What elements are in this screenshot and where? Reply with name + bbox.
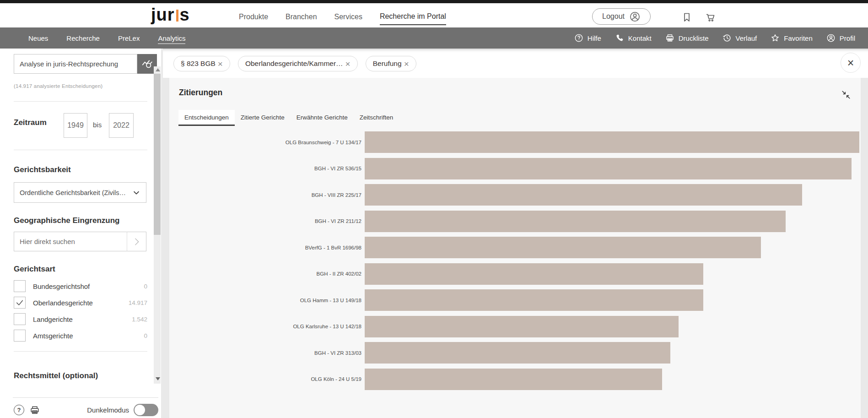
nav-item-hilfe[interactable]: Hilfe [574, 33, 601, 43]
person-circle-icon [629, 11, 641, 22]
chip-remove-icon[interactable]: × [404, 60, 409, 68]
nav-item-prelex[interactable]: PreLex [118, 34, 140, 42]
nav-item-label: Favoriten [784, 34, 813, 42]
nav-item-neues[interactable]: Neues [28, 34, 48, 42]
chart-row: BGH - VI ZR 313/03 [178, 342, 861, 364]
bar-category-label: BVerfG - 1 BvR 1696/98 [178, 245, 361, 250]
sidebar-scrollbar-thumb[interactable] [154, 74, 161, 235]
bar-category-label: BGH - II ZR 402/02 [178, 271, 361, 277]
citation-bar[interactable] [365, 342, 670, 364]
sidebar: (14.917 analysierte Entscheidungen) Zeit… [0, 49, 161, 418]
checkbox-checked[interactable] [14, 297, 26, 309]
citation-bar[interactable] [365, 211, 786, 232]
filter-chip[interactable]: § 823 BGB× [173, 56, 230, 71]
nav-item-favoriten[interactable]: Favoriten [771, 33, 813, 43]
citation-bar[interactable] [365, 131, 859, 153]
cart-icon[interactable] [705, 12, 716, 23]
bar-track [365, 289, 861, 311]
bar-track [365, 263, 861, 285]
gerichtsart-option-amtsgerichte[interactable]: Amtsgerichte0 [14, 327, 147, 344]
toggle-knob [135, 405, 145, 415]
chip-label: Oberlandesgerichte/Kammer… [245, 60, 343, 68]
nav-item-kontakt[interactable]: Kontakt [615, 33, 652, 43]
chip-remove-icon[interactable]: × [345, 60, 350, 68]
logo-orange-stripe-icon [176, 10, 178, 22]
help-icon[interactable]: ? [14, 405, 24, 415]
chip-remove-icon[interactable]: × [218, 60, 223, 68]
tab-zeitschriften[interactable]: Zeitschriften [354, 110, 399, 126]
checkbox-label: Bundesgerichtshof [33, 282, 90, 290]
citation-bar[interactable] [365, 158, 852, 179]
nav-item-verlauf[interactable]: Verlauf [722, 33, 757, 43]
tab-erwähnte-gerichte[interactable]: Erwähnte Gerichte [291, 110, 354, 126]
nav-item-druckliste[interactable]: Druckliste [665, 33, 709, 43]
analysis-search-input[interactable] [14, 54, 137, 74]
chart-row: BGH - II ZR 402/02 [178, 263, 861, 285]
gerichtsart-option-oberlandesgerichte[interactable]: Oberlandesgerichte14.917 [14, 294, 147, 311]
bar-track [365, 131, 861, 153]
header-nav-services[interactable]: Services [334, 6, 362, 25]
checkbox-unchecked[interactable] [14, 313, 26, 325]
gerichtsbarkeit-selected-value: Ordentliche Gerichtsbarkeit (Zivils… [20, 189, 132, 196]
juris-logo[interactable]: jurs [151, 5, 190, 25]
citation-bar[interactable] [365, 263, 703, 285]
header-nav-recherche-im-portal[interactable]: Recherche im Portal [380, 6, 446, 25]
filter-chips: § 823 BGB×Oberlandesgerichte/Kammer…×Ber… [173, 56, 416, 71]
nav-item-label: Hilfe [588, 34, 601, 42]
phone-icon [615, 33, 624, 43]
bar-track [365, 211, 861, 232]
top-strip [0, 0, 868, 3]
citation-bar[interactable] [365, 184, 802, 206]
checkbox-label: Landgerichte [33, 315, 73, 323]
sidebar-footer: ? Dunkelmodus [14, 404, 158, 416]
checkbox-unchecked[interactable] [14, 280, 26, 292]
bookmark-icon[interactable] [681, 12, 692, 23]
logout-button[interactable]: Logout [592, 8, 651, 25]
gerichtsart-option-landgerichte[interactable]: Landgerichte1.542 [14, 311, 147, 327]
dark-mode-toggle[interactable] [134, 404, 158, 416]
tab-zitierte-gerichte[interactable]: Zitierte Gerichte [235, 110, 291, 126]
collapse-panel-icon[interactable] [841, 90, 851, 100]
zeitraum-to-input[interactable] [109, 113, 134, 138]
checkbox-unchecked[interactable] [14, 330, 26, 342]
scroll-down-arrow-icon[interactable] [156, 377, 160, 380]
citation-bar[interactable] [365, 369, 662, 390]
close-analysis-button[interactable]: × [841, 53, 861, 73]
nav-item-label: Neues [28, 34, 48, 42]
nav-item-profil[interactable]: Profil [826, 33, 855, 43]
header-nav-branchen[interactable]: Branchen [286, 6, 317, 25]
help-icon [574, 33, 583, 43]
history-icon [722, 33, 732, 43]
bar-track [365, 316, 861, 337]
gerichtsbarkeit-select[interactable]: Ordentliche Gerichtsbarkeit (Zivils… [14, 182, 146, 203]
checkbox-label: Amtsgerichte [33, 332, 73, 340]
main-nav: NeuesRecherchePreLexAnalytics HilfeKonta… [0, 27, 868, 49]
citation-bar[interactable] [365, 316, 679, 337]
result-count: 0 [144, 332, 147, 339]
citation-bar[interactable] [365, 237, 761, 258]
nav-item-label: Profil [840, 34, 855, 42]
geo-search-input[interactable] [14, 232, 127, 251]
bar-category-label: BGH - VI ZR 313/03 [178, 350, 361, 356]
chart-row: BGH - VI ZR 536/15 [178, 158, 861, 179]
filter-chip[interactable]: Berufung× [366, 56, 416, 71]
zeitraum-from-input[interactable] [64, 113, 87, 138]
divider [13, 397, 158, 398]
nav-item-analytics[interactable]: Analytics [158, 34, 185, 42]
logout-label: Logout [602, 12, 625, 21]
nav-item-label: Analytics [158, 34, 185, 44]
gerichtsart-option-bundesgerichtshof[interactable]: Bundesgerichtshof0 [14, 278, 147, 294]
result-count: 1.542 [132, 316, 147, 323]
citation-bar[interactable] [365, 289, 703, 311]
nav-item-label: PreLex [118, 34, 140, 42]
nav-item-recherche[interactable]: Recherche [66, 34, 100, 42]
filter-chip[interactable]: Oberlandesgerichte/Kammer…× [238, 56, 358, 71]
divider [14, 150, 147, 150]
header-nav-produkte[interactable]: Produkte [239, 6, 268, 25]
gerichtsbarkeit-heading: Gerichtsbarkeit [14, 165, 71, 174]
tab-entscheidungen[interactable]: Entscheidungen [178, 110, 235, 126]
chart-row: BGH - VI ZR 211/12 [178, 211, 861, 232]
scroll-up-arrow-icon[interactable] [156, 68, 160, 71]
print-icon[interactable] [30, 405, 40, 415]
geo-search-submit-button[interactable] [127, 232, 146, 251]
